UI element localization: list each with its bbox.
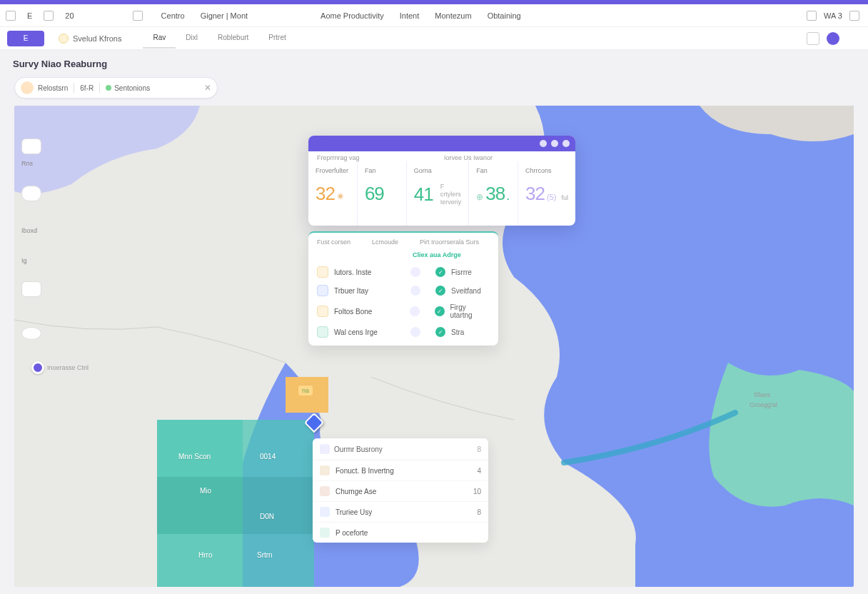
row-name: Trbuer Itay	[334, 287, 395, 295]
secondary-tabs: Rav Dixl Robleburt Prtret	[143, 28, 296, 49]
summary-row[interactable]: Chumge Ase 10	[313, 481, 488, 502]
app-icon[interactable]	[6, 11, 16, 21]
row-icon	[317, 266, 328, 278]
svg-rect-3	[157, 477, 243, 534]
tab-robleburt[interactable]: Robleburt	[208, 28, 258, 49]
tool-icon	[21, 327, 41, 340]
kpi-card[interactable]: Gorna 41 F crtylersIerveriy	[407, 161, 469, 226]
kpi-subtitle-right: Iorvee Us Iwanor	[440, 154, 567, 161]
menu-item[interactable]: Obtaining	[483, 9, 525, 23]
menu-item[interactable]: Centro	[157, 9, 189, 23]
grid-label: 0014	[260, 453, 276, 460]
kpi-label: Fan	[365, 167, 399, 174]
pill-sep	[99, 83, 100, 93]
summary-row[interactable]: Truriee Usy 8	[313, 502, 488, 523]
menubar-right: WA 3	[807, 11, 868, 21]
kpi-label: Fan	[476, 167, 510, 174]
row-value: 4	[477, 467, 481, 475]
window-control-icon[interactable]	[562, 140, 570, 147]
status-dot-icon: ✓	[435, 267, 445, 277]
detail-header: Fust corsen	[317, 238, 350, 246]
tool-icon	[21, 281, 41, 297]
tab-dixl[interactable]: Dixl	[176, 28, 208, 49]
region-badge: na	[298, 386, 313, 396]
row-mid	[401, 286, 430, 296]
tab-rav[interactable]: Rav	[143, 28, 176, 49]
window-min-icon[interactable]	[807, 11, 817, 21]
summary-row[interactable]: P oceforte	[313, 523, 488, 543]
menu-item[interactable]: Intent	[395, 9, 424, 23]
summary-row[interactable]: Fonuct. B Invertng 4	[313, 460, 488, 481]
map-tool[interactable]: Rns	[21, 160, 33, 167]
workspace-tile[interactable]: E	[7, 31, 44, 46]
map-tool[interactable]	[21, 281, 41, 298]
map-marker[interactable]	[31, 361, 44, 374]
detail-row[interactable]: Trbuer Itay ✓ Sveitfand	[308, 281, 498, 300]
kpi-subtitle-left: Freprrnrag vag	[317, 154, 440, 161]
map-tool[interactable]: Ig	[21, 257, 27, 264]
svg-rect-4	[157, 534, 243, 587]
breadcrumb-icon	[59, 34, 69, 44]
row-name: Wal cens Irge	[334, 328, 395, 336]
map-tool[interactable]	[21, 327, 41, 341]
kpi-card[interactable]: Froverfulter 32✷	[308, 161, 358, 226]
menu-item[interactable]: E	[23, 9, 36, 23]
user-icon[interactable]	[847, 32, 859, 45]
svg-rect-5	[243, 420, 314, 477]
row-name: Iutors. Inste	[334, 268, 395, 276]
row-end: Firgy utartng	[450, 303, 490, 319]
breadcrumb-label[interactable]: Svelud Kfrons	[73, 34, 121, 43]
menu-item[interactable]	[128, 7, 150, 23]
svg-rect-7	[243, 534, 314, 587]
detail-highlight[interactable]: Cliex aua Adrge	[308, 250, 498, 263]
kpi-label: Gorna	[414, 167, 461, 174]
row-end: Sveitfand	[451, 287, 481, 295]
menu-item[interactable]: Aome Productivity	[316, 9, 388, 23]
filter-pill[interactable]: Relostsrn 6f-R Sentonions ✕	[14, 77, 218, 99]
summary-title: Ourmr Busrony	[334, 446, 383, 453]
kpi-card[interactable]: Chrrcons 32 (5) ful	[518, 161, 575, 226]
detail-header: Pirt Iroorrserala Surs	[420, 238, 479, 246]
menu-item[interactable]: 20	[61, 9, 78, 23]
map-tool[interactable]	[21, 139, 41, 156]
menu-item[interactable]: Montezum	[430, 9, 475, 23]
tab-prtret[interactable]: Prtret	[258, 28, 296, 49]
secondary-right	[807, 32, 868, 45]
kpi-label: Chrrcons	[525, 167, 568, 174]
window-max-icon[interactable]	[849, 11, 859, 21]
layout-icon[interactable]	[807, 32, 819, 45]
tool-label: Iboxd	[21, 227, 37, 234]
kpi-value: 69	[365, 183, 399, 205]
status-dot-icon: ✓	[435, 327, 445, 337]
row-label: Chumge Ase	[335, 488, 376, 495]
row-icon	[317, 285, 328, 296]
window-control-icon[interactable]	[540, 140, 547, 147]
kpi-value: 32	[525, 183, 545, 205]
row-icon	[317, 326, 328, 338]
notification-badge[interactable]	[827, 32, 839, 45]
kpi-card[interactable]: Fan 69	[358, 161, 407, 226]
detail-headers: Fust corsen Lcmoude Pirt Iroorrserala Su…	[308, 238, 498, 250]
kpi-label: Froverfulter	[316, 167, 350, 174]
breadcrumb: Svelud Kfrons	[59, 34, 121, 44]
row-icon	[320, 465, 330, 475]
grid-label: Mnn Scon	[178, 453, 211, 460]
map-tool[interactable]: Iboxd	[21, 227, 37, 234]
close-icon[interactable]: ✕	[204, 83, 211, 93]
page-title: Survy Niao Reaburng	[13, 59, 107, 69]
svg-rect-6	[243, 477, 314, 534]
summary-icon	[320, 444, 330, 454]
row-mid	[401, 327, 430, 337]
window-control-icon[interactable]	[551, 140, 558, 147]
row-icon	[320, 528, 330, 538]
detail-row[interactable]: Iutors. Inste ✓ Fisrrre	[308, 263, 498, 281]
menu-item[interactable]: Gigner | Mont	[196, 9, 252, 23]
row-end: Fisrrre	[451, 268, 472, 276]
menu-square-icon	[44, 11, 54, 21]
detail-row[interactable]: Foltos Bone ✓ Firgy utartng	[308, 300, 498, 323]
grid-label: Srtrn	[257, 551, 273, 559]
kpi-card[interactable]: Fan ⊕38.	[469, 161, 518, 226]
map-tool[interactable]	[21, 186, 41, 203]
status-dot-icon	[106, 85, 111, 91]
detail-row[interactable]: Wal cens Irge ✓ Stra	[308, 323, 498, 341]
